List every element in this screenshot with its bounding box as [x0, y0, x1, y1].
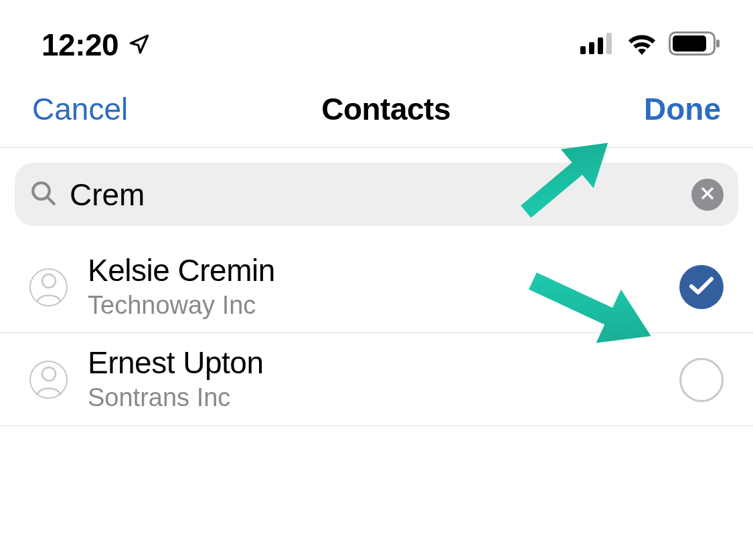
selection-checkbox[interactable]: [679, 358, 724, 402]
svg-rect-3: [606, 33, 612, 54]
search-field[interactable]: [15, 163, 738, 226]
svg-line-8: [48, 197, 54, 203]
cancel-button[interactable]: Cancel: [32, 91, 128, 127]
contact-row[interactable]: Ernest Upton Sontrans Inc: [0, 333, 753, 426]
contact-name: Ernest Upton: [88, 345, 679, 381]
contact-info: Ernest Upton Sontrans Inc: [88, 345, 679, 413]
status-time: 12:20: [41, 27, 118, 63]
wifi-icon: [626, 32, 658, 58]
contact-name: Kelsie Cremin: [88, 253, 679, 288]
battery-icon: [669, 31, 721, 58]
done-button[interactable]: Done: [644, 91, 721, 127]
avatar-icon: [29, 361, 68, 399]
contact-list: Kelsie Cremin Technoway Inc Ernest Upton…: [0, 241, 753, 426]
svg-point-11: [42, 274, 56, 288]
search-container: [0, 148, 753, 241]
checkmark-icon: [689, 276, 714, 298]
contact-info: Kelsie Cremin Technoway Inc: [88, 253, 679, 321]
svg-point-12: [42, 367, 56, 381]
status-bar: 12:20: [0, 0, 753, 74]
clear-search-button[interactable]: [691, 179, 724, 211]
svg-rect-6: [716, 39, 720, 48]
status-left: 12:20: [41, 27, 151, 63]
svg-rect-1: [589, 42, 594, 54]
svg-rect-5: [673, 35, 706, 52]
search-input[interactable]: [58, 177, 691, 213]
close-icon: [699, 185, 716, 203]
contact-row[interactable]: Kelsie Cremin Technoway Inc: [0, 241, 753, 333]
nav-bar: Cancel Contacts Done: [0, 74, 753, 147]
svg-rect-2: [598, 37, 603, 54]
location-icon: [128, 27, 151, 63]
svg-rect-0: [580, 46, 586, 54]
status-right: [580, 31, 721, 58]
selection-checkbox[interactable]: [679, 265, 724, 309]
contact-company: Sontrans Inc: [88, 382, 679, 414]
page-title: Contacts: [321, 91, 450, 127]
cellular-signal-icon: [580, 33, 615, 57]
contact-company: Technoway Inc: [88, 290, 679, 322]
search-icon: [29, 179, 58, 210]
avatar-icon: [29, 268, 68, 306]
